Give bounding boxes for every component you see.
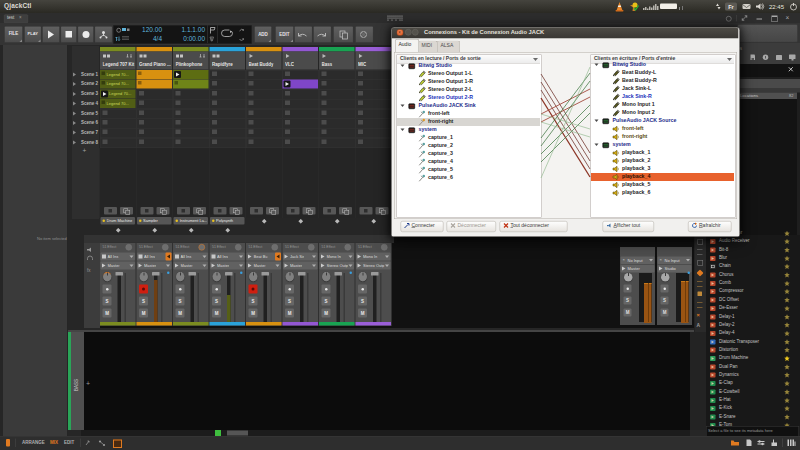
- svg-text:fx: fx: [87, 268, 91, 273]
